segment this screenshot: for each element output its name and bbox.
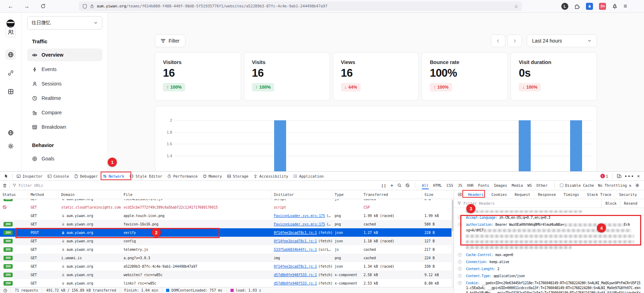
type-filter-html[interactable]: HTML [433, 181, 442, 189]
devtools-tab-performance[interactable]: Performance [165, 172, 200, 180]
puzzle-extensions-icon[interactable] [574, 4, 580, 9]
network-request-row[interactable]: 200 GET aum.yiwan.org a52289b3-87fc-4c4e… [0, 262, 454, 270]
network-request-row[interactable]: 200 GET i.umami.is a.png?v=3.0.3 img png… [0, 254, 454, 262]
devtools-tab-debugger[interactable]: Debugger [71, 172, 100, 180]
type-filter-all[interactable]: All [422, 181, 429, 189]
clear-requests-trash-icon[interactable] [2, 183, 7, 188]
url-bar[interactable]: aum.yiwan.org/teams/f614b880-f488-440f-9… [79, 1, 522, 11]
detail-tab-security[interactable]: Security [615, 190, 641, 199]
sidebar-item-sessions[interactable]: Sessions [27, 77, 102, 90]
sidebar-item-events[interactable]: Events [27, 63, 102, 76]
network-request-row[interactable]: 200 GET aum.yiwan.org config 0f14fee1bca… [0, 237, 454, 245]
initiator-link[interactable]: 0f14fee1bcad78c1.js:1 [274, 265, 317, 268]
panel-toggle-icon[interactable] [456, 192, 464, 197]
disable-cache-checkbox[interactable]: Disable Cache [560, 183, 594, 187]
type-filter-ws[interactable]: WS [528, 181, 532, 189]
extension-l-icon[interactable]: L [561, 3, 568, 10]
devtools-tab-console[interactable]: Console [45, 172, 71, 180]
sidebar-item-realtime[interactable]: Realtime [27, 92, 102, 104]
network-request-row[interactable]: GET static.cloudflareinsights.com vcd15c… [0, 203, 454, 211]
rail-dashboard-icon[interactable] [5, 86, 16, 97]
column-header-method[interactable]: Method [28, 190, 59, 199]
initiator-link[interactable]: 0f14fee1bcad78c1.js:1 [274, 231, 317, 235]
filter-button[interactable]: Filter [155, 34, 185, 47]
resend-request-button[interactable]: Resend [620, 199, 641, 208]
add-request-icon[interactable]: + [390, 183, 393, 188]
sidebar-item-breakdown[interactable]: Breakdown [27, 121, 102, 133]
initiator-link[interactable]: FaviconLoader.sys.mjs:175 [274, 222, 325, 226]
devtools-tab-inspector[interactable]: Inspector [14, 172, 45, 180]
translate-extension-icon[interactable]: 文A [599, 3, 606, 10]
prev-period-button[interactable] [491, 34, 505, 47]
initiator-link[interactable]: d57d8b0fe948f533.js:1 [274, 273, 317, 277]
header-help-icon[interactable]: ? [458, 260, 462, 264]
initiator-link[interactable]: FaviconLoader.sys.mjs:175 [274, 214, 325, 218]
network-request-row[interactable]: 200 GET aum.yiwan.org telemetry.js 533f5… [0, 245, 454, 254]
type-filter-media[interactable]: Media [512, 181, 523, 189]
network-request-row[interactable]: 200 POST aum.yiwan.org verify 0f14fee1bc… [0, 228, 454, 237]
sidebar-item-goals[interactable]: Goals [27, 152, 102, 165]
network-request-row[interactable]: 200 GET aum.yiwan.org favicon-16x16.png … [0, 220, 454, 228]
detail-tab-request[interactable]: Request [511, 190, 534, 199]
block-request-button[interactable]: Block [601, 199, 620, 208]
privacy-extension-icon[interactable] [586, 3, 593, 10]
devtools-close-icon[interactable]: ✕ [637, 173, 640, 179]
type-filter-other[interactable]: Other [536, 181, 548, 189]
tree-extension-icon[interactable] [612, 4, 618, 9]
rail-theme-icon[interactable] [5, 141, 16, 151]
header-help-icon[interactable]: ? [458, 216, 462, 219]
header-help-icon[interactable]: ? [458, 253, 462, 257]
initiator-link[interactable]: d57d8b0fe948f533.js:1 [274, 281, 317, 285]
type-filter-fonts[interactable]: Fonts [478, 181, 490, 189]
column-header-file[interactable]: File [121, 190, 271, 199]
devtools-tab-network[interactable]: Network [100, 172, 127, 180]
network-request-row[interactable]: GET aum.yiwan.org apple-touch-icon.png F… [0, 211, 454, 220]
rail-language-icon[interactable] [5, 127, 16, 138]
tracking-shield-icon[interactable] [82, 4, 87, 9]
forward-button[interactable]: → [21, 1, 32, 11]
responsive-design-icon[interactable] [617, 174, 621, 178]
type-filter-xhr[interactable]: XHR [467, 181, 474, 189]
rail-websites-icon[interactable] [5, 49, 16, 60]
type-filter-js[interactable]: JS [458, 181, 462, 189]
network-request-row[interactable]: 200 GET aum.yiwan.org links?_rsc=rw85c d… [0, 279, 454, 287]
column-header-initiator[interactable]: Initiator [271, 190, 332, 199]
back-button[interactable]: ← [5, 1, 16, 11]
pause-icon[interactable]: || [381, 183, 386, 188]
reload-button[interactable] [37, 1, 49, 11]
rail-links-icon[interactable] [5, 68, 16, 78]
initiator-link[interactable]: 0f14fee1bcad78c1.js:1 [274, 239, 317, 243]
column-header-type[interactable]: Type [332, 190, 361, 199]
table-scrollbar[interactable] [452, 199, 454, 287]
network-settings-gear-icon[interactable] [635, 183, 639, 187]
block-icon[interactable] [405, 183, 410, 187]
column-header-status[interactable]: Status [0, 190, 28, 199]
lock-icon[interactable] [90, 4, 94, 8]
menu-hamburger-icon[interactable]: ≡ [624, 3, 627, 10]
detail-tab-stack-trace[interactable]: Stack Trace [583, 190, 615, 199]
devtools-tab-application[interactable]: Application [291, 172, 326, 180]
header-help-icon[interactable]: ? [458, 223, 462, 227]
detail-tab-cookies[interactable]: Cookies [487, 190, 511, 199]
detail-tab-timings[interactable]: Timings [560, 190, 583, 199]
network-request-row[interactable]: 200 GET aum.yiwan.org f9ec4e2e1dccf17e.j… [0, 199, 454, 203]
devtools-menu-icon[interactable]: ••• [624, 173, 634, 179]
devtools-tab-storage[interactable]: Storage [225, 172, 251, 180]
detail-tab-response[interactable]: Response [534, 190, 560, 199]
filter-headers-input[interactable]: Filter Headers [463, 201, 495, 205]
header-help-icon[interactable]: ? [458, 274, 462, 278]
website-selector[interactable]: 往日微忆 [27, 16, 102, 30]
type-filter-images[interactable]: Images [494, 181, 507, 189]
har-clock-icon[interactable] [0, 287, 11, 293]
header-help-icon[interactable]: ? [458, 267, 462, 271]
type-filter-css[interactable]: CSS [447, 181, 453, 189]
devtools-tab-memory[interactable]: Memory [200, 172, 225, 180]
initiator-link[interactable]: 533f5ab6834b44fc.js:1 [274, 248, 317, 251]
devtools-tab-style-editor[interactable]: {}Style Editor [127, 172, 165, 180]
detail-tab-headers[interactable]: Headers [464, 190, 487, 199]
date-range-dropdown[interactable]: Last 24 hours [527, 34, 597, 47]
console-error-badge[interactable]: !1 [600, 174, 608, 178]
sidebar-item-overview[interactable]: Overview [27, 49, 102, 61]
throttling-dropdown[interactable]: No Throttling ⇅ [598, 183, 631, 187]
network-request-row[interactable]: 200 GET aum.yiwan.org websites?_rsc=rw85… [0, 270, 454, 279]
